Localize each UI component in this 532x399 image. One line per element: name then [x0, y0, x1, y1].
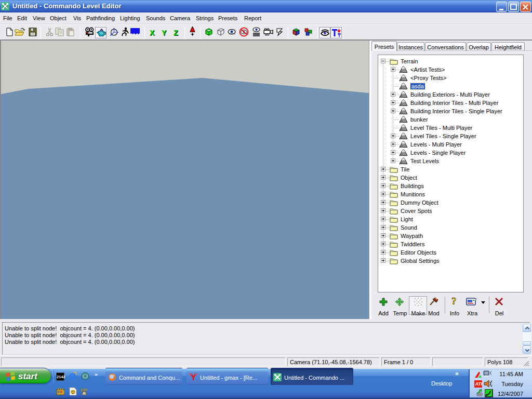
svg-text:?: ? [451, 296, 457, 307]
svg-text:ATI: ATI [475, 381, 483, 387]
